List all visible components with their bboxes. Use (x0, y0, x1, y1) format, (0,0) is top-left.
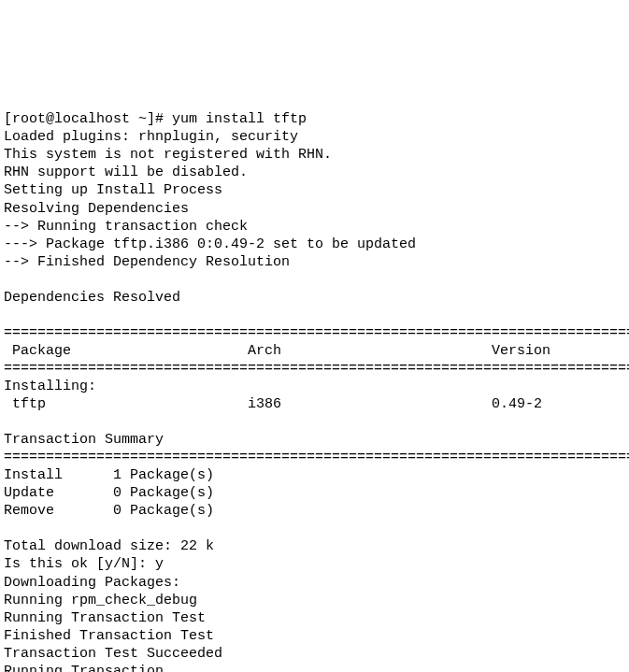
output-line: ---> Package tftp.i386 0:0.49-2 set to b… (4, 236, 416, 252)
horizontal-rule: ========================================… (4, 361, 629, 377)
output-line: Transaction Test Succeeded (4, 646, 222, 662)
transaction-remove-count: Remove 0 Package(s) (4, 503, 214, 519)
output-line: Resolving Dependencies (4, 201, 189, 217)
output-line: Finished Transaction Test (4, 628, 214, 644)
terminal-output: [root@localhost ~]# yum install tftp Loa… (0, 89, 629, 672)
package-table-row: tftp i386 0.49-2 (4, 396, 542, 412)
output-line: Running rpm_check_debug (4, 593, 197, 608)
package-table-header: Package Arch Version (4, 343, 550, 359)
horizontal-rule: ========================================… (4, 450, 629, 465)
horizontal-rule: ========================================… (4, 325, 629, 341)
installing-section-label: Installing: (4, 379, 96, 394)
transaction-summary-header: Transaction Summary (4, 432, 164, 448)
output-line: --> Finished Dependency Resolution (4, 254, 290, 270)
output-line: This system is not registered with RHN. (4, 147, 332, 163)
output-line: Loaded plugins: rhnplugin, security (4, 129, 298, 145)
output-line: Running Transaction Test (4, 610, 206, 626)
transaction-update-count: Update 0 Package(s) (4, 485, 214, 501)
dependencies-resolved-header: Dependencies Resolved (4, 290, 180, 306)
output-line: Running Transaction (4, 664, 164, 672)
shell-prompt-line[interactable]: [root@localhost ~]# yum install tftp (4, 111, 307, 127)
output-line: RHN support will be disabled. (4, 164, 248, 180)
output-line: Downloading Packages: (4, 575, 180, 591)
download-size: Total download size: 22 k (4, 538, 214, 554)
confirm-prompt[interactable]: Is this ok [y/N]: y (4, 556, 164, 572)
output-line: Setting up Install Process (4, 182, 222, 198)
transaction-install-count: Install 1 Package(s) (4, 467, 214, 483)
output-line: --> Running transaction check (4, 219, 248, 235)
